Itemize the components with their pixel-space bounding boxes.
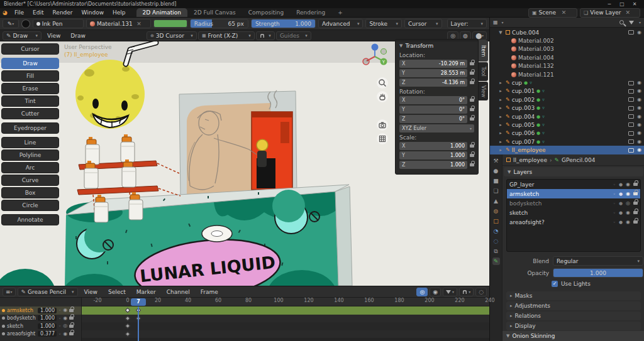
playhead-line[interactable] [138, 306, 139, 341]
tab-world[interactable]: ◍ [492, 207, 500, 215]
keyframe-row-sketch[interactable] [82, 322, 489, 330]
tab-view-layer[interactable]: ❏ [492, 187, 500, 195]
menu-edit[interactable]: Edit [28, 8, 48, 17]
mask-icon[interactable]: ◦ [613, 182, 616, 187]
viewport-menu-view[interactable]: View [43, 30, 65, 41]
outliner-row-cup[interactable]: ▸✎cup.003●▿◉ [490, 104, 644, 112]
outliner-row-cup[interactable]: ▸✎cup.002●▿◉ [490, 95, 644, 104]
channel-bodysketch[interactable]: bodysketch 1.000 ◦◉ [0, 315, 81, 323]
scale-y-field[interactable]: Y1.000 [399, 151, 467, 160]
cursor-dropdown[interactable]: Cursor [404, 19, 442, 28]
lock-icon[interactable] [69, 325, 74, 328]
tab-item[interactable]: Item [479, 40, 488, 62]
stroke-placement-dropdown[interactable]: ⊕ 3D Cursor [147, 31, 197, 40]
menu-file[interactable]: File [10, 8, 28, 17]
channel-sketch[interactable]: sketch 1.000 ◦◎ [0, 322, 81, 330]
breadcrumb-data[interactable]: GPencil.004 [562, 157, 595, 163]
outliner-row-material[interactable]: Material.003 [490, 45, 644, 53]
keyframe-row-bodysketch[interactable] [82, 315, 489, 323]
outliner-row-cup[interactable]: ▸✎cup.007●▿◉ [490, 138, 644, 146]
rotation-z-field[interactable]: Z0° [399, 115, 467, 123]
tool-cutter[interactable]: Cutter [1, 108, 59, 119]
lock-icon[interactable] [69, 317, 74, 320]
outliner-row-cup[interactable]: ▸✎cup.005●▿◉ [490, 121, 644, 129]
scale-x-field[interactable]: X1.000 [399, 142, 467, 150]
opacity-slider[interactable]: 1.000 [553, 268, 643, 278]
mask-icon[interactable]: ◦ [58, 332, 61, 337]
outliner-row-material[interactable]: Material.004 [490, 53, 644, 62]
disable-viewport-icon[interactable] [628, 114, 634, 119]
eye-icon[interactable]: ◎ [63, 323, 67, 328]
disable-viewport-icon[interactable] [628, 30, 634, 35]
tool-line[interactable]: Line [1, 137, 59, 148]
eye-icon[interactable]: ◉ [637, 30, 641, 35]
snap-dropdown[interactable] [256, 31, 275, 40]
timeline-menu-marker[interactable]: Marker [132, 286, 160, 297]
location-z-field[interactable]: Z-4.136 m [399, 78, 467, 87]
menu-window[interactable]: Window [77, 8, 109, 17]
lock-icon[interactable] [633, 192, 638, 195]
tool-curve[interactable]: Curve [1, 175, 59, 186]
timeline-menu-view[interactable]: View [80, 286, 102, 297]
paint-mode-dropdown[interactable]: ✎▾ [3, 19, 19, 28]
disable-viewport-icon[interactable] [628, 89, 634, 94]
eye-icon[interactable]: ◉ [63, 332, 67, 337]
eye-icon[interactable]: ◉ [626, 192, 630, 197]
layer-dropdown[interactable]: Layer: [447, 19, 487, 28]
channel-opacity-value[interactable]: 0.377 [38, 331, 57, 337]
onion-skin-icon[interactable]: ● [619, 201, 623, 206]
disable-viewport-icon[interactable] [628, 122, 634, 127]
section-relations[interactable]: Relations [506, 311, 641, 320]
channel-opacity-value[interactable]: 1.000 [38, 308, 57, 313]
tab-render[interactable]: ● [492, 167, 500, 175]
disable-viewport-icon[interactable] [628, 106, 634, 111]
camera-view-button[interactable] [377, 119, 388, 131]
onion-skin-icon[interactable]: ● [619, 192, 623, 197]
material-unlink-icon[interactable]: ✕ [136, 21, 142, 27]
tool-polyline[interactable]: Polyline [1, 149, 59, 161]
rotation-mode-dropdown[interactable]: XYZ Euler▾ [399, 124, 474, 133]
mask-icon[interactable]: ◦ [58, 323, 61, 328]
layer-row-gp-layer[interactable]: GP_layer◦●◉ [507, 180, 640, 189]
close-button[interactable]: ✕ [629, 1, 640, 7]
tool-fill[interactable]: Fill [1, 70, 59, 82]
lock-icon[interactable] [69, 309, 74, 312]
tab-tool[interactable]: ⚒ [492, 157, 500, 165]
lock-icon[interactable] [633, 183, 638, 186]
tool-circle[interactable]: Circle [1, 200, 59, 211]
lock-icon[interactable] [633, 211, 638, 214]
outliner-row-material[interactable]: Material.002 [490, 36, 644, 45]
workspace-tab-2d-full-canvas[interactable]: 2D Full Canvas [187, 8, 242, 17]
workspace-tab-rendering[interactable]: Rendering [290, 8, 331, 17]
eye-icon[interactable]: ◉ [63, 316, 67, 321]
disable-viewport-icon[interactable] [628, 131, 634, 136]
rotation-y-field[interactable]: Y0° [399, 106, 467, 114]
lock-icon[interactable] [470, 72, 474, 75]
outliner-row-cube[interactable]: ▼Cube.004◉ [490, 28, 644, 36]
only-selected-toggle[interactable]: ◎ [416, 288, 428, 296]
outliner-row-ll-employee-selected[interactable]: ▸✎ll_employee◉ [490, 146, 644, 154]
menu-render[interactable]: Render [48, 8, 77, 17]
blender-logo-icon[interactable]: ◕ [0, 9, 10, 16]
show-hidden-toggle[interactable]: ◉ [430, 288, 441, 296]
mask-icon[interactable]: ◦ [58, 308, 61, 313]
keyframe-diamond[interactable] [125, 323, 130, 328]
disable-viewport-icon[interactable] [628, 81, 634, 85]
current-frame-badge[interactable]: 7 [131, 298, 146, 306]
lock-icon[interactable] [633, 220, 638, 224]
outliner-row-material[interactable]: Material.132 [490, 62, 644, 70]
tab-constraints[interactable]: ⧉ [492, 247, 500, 255]
disable-viewport-icon[interactable] [628, 97, 634, 102]
onion-skinning-header[interactable]: ▼ Onion Skinning [502, 331, 644, 341]
tool-eyedropper[interactable]: Eyedropper [1, 122, 59, 134]
eye-icon[interactable]: ◉ [637, 114, 641, 119]
eye-icon[interactable]: ◉ [637, 148, 641, 153]
tab-physics[interactable]: ◌ [492, 237, 500, 245]
grid-toggle-button[interactable] [377, 133, 388, 144]
drawing-plane-dropdown[interactable]: ▦ Front (X-Z) [198, 31, 255, 40]
timeline-menu-select[interactable]: Select [104, 286, 130, 297]
eye-icon[interactable]: ◉ [637, 80, 641, 85]
disable-viewport-icon[interactable] [628, 139, 634, 144]
keyframe-diamond[interactable] [125, 308, 130, 313]
onion-skin-icon[interactable]: ● [619, 182, 623, 187]
